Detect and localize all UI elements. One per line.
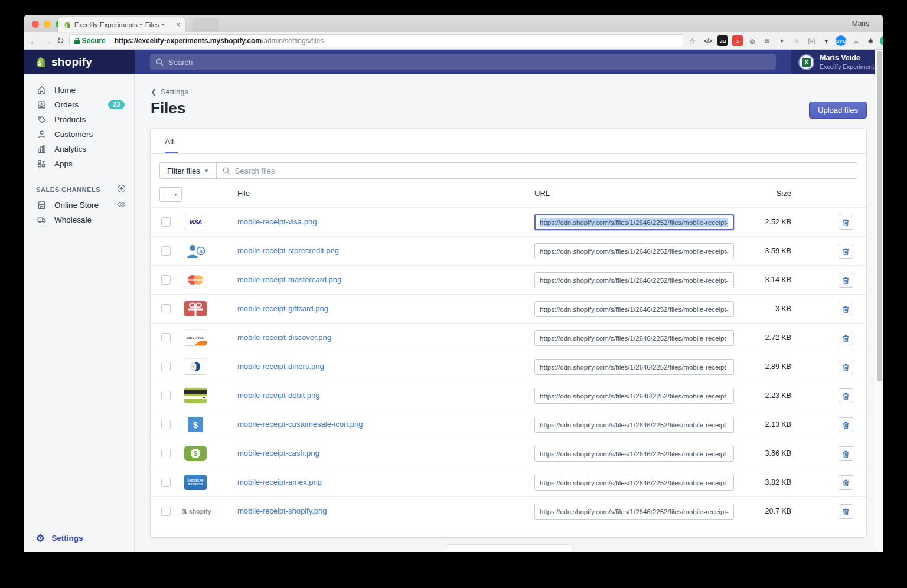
- close-window-button[interactable]: [32, 21, 39, 28]
- row-checkbox[interactable]: [161, 391, 171, 400]
- sidebar-item-apps[interactable]: Apps: [24, 156, 134, 171]
- search-files-input[interactable]: Search files: [217, 163, 857, 178]
- ext-bug-icon[interactable]: ✱: [865, 35, 876, 46]
- row-checkbox[interactable]: [161, 217, 171, 227]
- upload-files-button[interactable]: Upload files: [809, 102, 867, 119]
- ext-faded-icon[interactable]: ❋: [791, 35, 802, 46]
- row-checkbox[interactable]: [161, 449, 171, 458]
- file-url-input[interactable]: [534, 272, 734, 288]
- ext-mail-icon[interactable]: ✉: [762, 35, 772, 46]
- row-checkbox[interactable]: [161, 304, 171, 313]
- ext-red-icon[interactable]: 1: [732, 35, 743, 46]
- bookmark-star-icon[interactable]: ☆: [689, 37, 696, 45]
- url-bar[interactable]: Secure | https://excelify-experiments.my…: [69, 34, 683, 47]
- ext-svg-icon[interactable]: SVG: [836, 35, 846, 46]
- table-row: $ mobile-receipt-customesale-icon.png 2.…: [151, 410, 866, 439]
- select-all-checkbox[interactable]: [164, 191, 171, 198]
- file-name-link[interactable]: mobile-receipt-giftcard.png: [237, 304, 328, 313]
- breadcrumb[interactable]: ❮ Settings: [151, 87, 188, 96]
- row-checkbox[interactable]: [161, 333, 171, 342]
- delete-file-button[interactable]: [839, 215, 853, 230]
- sidebar-item-online-store[interactable]: Online Store: [24, 198, 134, 213]
- delete-file-button[interactable]: [839, 273, 853, 288]
- delete-file-button[interactable]: [839, 360, 853, 374]
- add-channel-icon[interactable]: [117, 184, 126, 194]
- file-name-link[interactable]: mobile-receipt-shopify.png: [237, 507, 327, 515]
- file-name-link[interactable]: mobile-receipt-storecredit.png: [237, 246, 339, 255]
- ext-code-icon[interactable]: </>: [703, 35, 713, 46]
- delete-file-button[interactable]: [839, 244, 853, 259]
- view-store-eye-icon[interactable]: [117, 200, 126, 211]
- ext-cloud-icon[interactable]: ☁: [850, 35, 861, 46]
- forward-button[interactable]: →: [43, 36, 52, 46]
- sidebar-item-products[interactable]: Products: [24, 112, 134, 127]
- scrollbar-thumb[interactable]: [877, 51, 882, 381]
- delete-file-button[interactable]: [839, 302, 853, 316]
- ext-triangle-icon[interactable]: ▼: [821, 35, 831, 46]
- search-icon: [223, 167, 230, 175]
- shopify-logo[interactable]: shopify: [24, 50, 135, 74]
- sidebar-item-wholesale[interactable]: Wholesale: [24, 213, 134, 227]
- file-url-input[interactable]: [534, 359, 734, 375]
- row-checkbox[interactable]: [161, 362, 171, 371]
- file-url-input[interactable]: [534, 388, 734, 404]
- delete-file-button[interactable]: [839, 388, 853, 403]
- delete-file-button[interactable]: [839, 475, 853, 490]
- file-name-link[interactable]: mobile-receipt-mastercard.png: [237, 275, 341, 284]
- bulk-select-control[interactable]: ▼: [159, 187, 182, 202]
- secure-indicator[interactable]: Secure: [74, 37, 106, 45]
- pagination-controls[interactable]: [446, 544, 573, 552]
- filter-files-button[interactable]: Filter files ▼: [160, 163, 217, 178]
- sidebar-item-settings[interactable]: ⚙ Settings: [36, 533, 83, 544]
- file-url-input[interactable]: [534, 504, 734, 520]
- ext-jb-icon[interactable]: JB: [717, 35, 728, 46]
- tab-all[interactable]: All: [160, 129, 178, 153]
- browser-tab[interactable]: Excelify Experiments ~ Files ~ ×: [58, 17, 185, 32]
- file-url-input[interactable]: [534, 243, 734, 259]
- column-header-url: URL: [534, 189, 550, 198]
- file-name-link[interactable]: mobile-receipt-discover.png: [237, 333, 331, 342]
- ext-camera-icon[interactable]: ◎: [747, 35, 758, 46]
- row-checkbox[interactable]: [161, 420, 171, 429]
- file-url-input[interactable]: [534, 446, 734, 462]
- delete-file-button[interactable]: [839, 504, 853, 519]
- delete-file-button[interactable]: [839, 417, 853, 432]
- file-url-input[interactable]: [534, 301, 734, 317]
- file-name-link[interactable]: mobile-receipt-amex.png: [237, 478, 322, 486]
- delete-file-button[interactable]: [839, 446, 853, 461]
- file-name-link[interactable]: mobile-receipt-debit.png: [237, 391, 319, 400]
- ext-wand-icon[interactable]: ✦: [777, 35, 787, 46]
- sidebar-item-home[interactable]: Home: [24, 83, 134, 97]
- file-name-link[interactable]: mobile-receipt-visa.png: [237, 217, 317, 226]
- minimize-window-button[interactable]: [44, 21, 51, 28]
- column-header-size: Size: [738, 189, 791, 198]
- browser-profile-name[interactable]: Maris: [852, 19, 869, 28]
- user-menu[interactable]: X Maris Veide Excelify Experiments: [791, 50, 883, 74]
- page-scrollbar[interactable]: [875, 50, 883, 552]
- row-checkbox[interactable]: [161, 507, 171, 516]
- file-thumbnail: VISA: [184, 214, 207, 230]
- sidebar-item-customers[interactable]: Customers: [24, 127, 134, 142]
- file-size: 3.82 KB: [738, 478, 791, 486]
- row-checkbox[interactable]: [161, 478, 171, 487]
- file-name-link[interactable]: mobile-receipt-cash.png: [237, 449, 319, 458]
- ext-equals-icon[interactable]: (=): [806, 35, 817, 46]
- file-url-input[interactable]: [534, 330, 734, 346]
- file-url-input[interactable]: [534, 475, 734, 491]
- file-url-input[interactable]: https://cdn.shopify.com/s/files/1/2646/2…: [534, 214, 734, 230]
- new-tab-button[interactable]: [193, 18, 218, 31]
- back-button[interactable]: ←: [30, 36, 38, 46]
- file-name-link[interactable]: mobile-receipt-customesale-icon.png: [237, 420, 363, 429]
- row-checkbox[interactable]: [161, 275, 171, 285]
- sidebar-item-label: Settings: [51, 534, 83, 543]
- delete-file-button[interactable]: [839, 331, 853, 345]
- ext-grammarly-icon[interactable]: G: [880, 35, 883, 46]
- file-url-input[interactable]: [534, 417, 734, 433]
- global-search-input[interactable]: Search: [150, 54, 776, 70]
- tab-close-icon[interactable]: ×: [176, 21, 180, 29]
- row-checkbox[interactable]: [161, 246, 171, 256]
- sidebar-item-orders[interactable]: Orders 23: [24, 97, 134, 112]
- sidebar-item-analytics[interactable]: Analytics: [24, 142, 134, 156]
- refresh-button[interactable]: ↻: [57, 35, 64, 46]
- file-name-link[interactable]: mobile-receipt-diners.png: [237, 362, 324, 371]
